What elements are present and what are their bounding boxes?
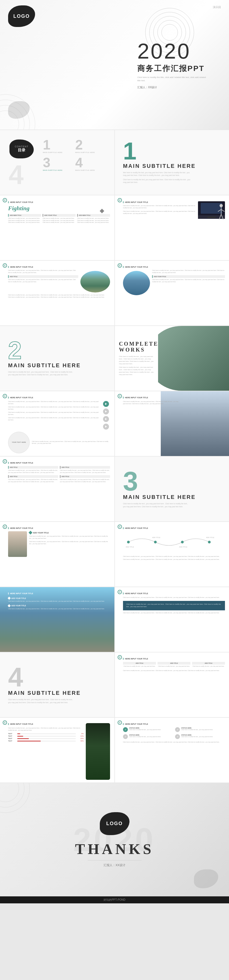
add-your-title-boxes: ADD YOUR TITLE Click here to modify the … [8, 597, 110, 610]
add-t-2: ADD TITLE Click here to modify the text … [157, 662, 191, 668]
status-item-2: ✓ STATUS HERE Click here to modify the t… [175, 727, 225, 732]
sea-person-title: HERE INPUT YOUR TITLE [8, 593, 110, 594]
status-grid: ✓ STATUS HERE Click here to modify the t… [123, 727, 225, 739]
svg-text:ADD TITLE: ADD TITLE [179, 546, 188, 548]
slide-complete-works: COMPLETE WORKS Click here to modify the … [115, 326, 229, 391]
svg-point-18 [208, 541, 211, 543]
sea-title: HERE INPUT YOUR TITLE [123, 266, 225, 268]
status-item-3: ✓ STATUS HERE Click here to modify the t… [123, 734, 173, 739]
status-title: HERE INPUT YOUR TITLE [123, 723, 225, 725]
person-text: ADD YOUR TITLE Click here to modify the … [29, 531, 110, 557]
section2-subtitle: MAIN SUBTITLE HERE [8, 363, 106, 369]
add-t-1: ADD TITLE Click here to modify the text … [123, 662, 156, 668]
cover-year: 2020 [137, 40, 207, 62]
slide-progress: HERE INPUT YOUR TITLE Click here to modi… [0, 718, 114, 783]
mountain-text-col: Click here to modify the text , you may … [8, 270, 78, 293]
c-icon-3 [3, 263, 7, 268]
c-icon-12 [118, 655, 122, 659]
section1-desc: Wer here to modify the text, you may pas… [123, 171, 191, 177]
status-item-1: ✓ STATUS HERE Click here to modify the t… [123, 727, 173, 732]
add-t-3: ADD TITLE Click here to modify the text … [192, 662, 225, 668]
sea-text-col: Click here to modify the text , you may … [152, 270, 225, 295]
arrows-title: HERE INPUT YOUR TITLE [8, 397, 110, 399]
cw-image [158, 326, 229, 391]
svg-point-4 [162, 24, 178, 40]
arrows-layout: Click here to modify the text , you may … [8, 401, 110, 430]
svg-point-9 [219, 204, 223, 207]
person-diamond-row: ADD YOUR TITLE [29, 531, 110, 534]
fighting-columns: ADD NEW TITLE Click here to modify the t… [8, 214, 110, 224]
toc-item-2: 2 MAIN SUBTITLE HERE [75, 138, 105, 153]
toc-blob-icon: CONTENT 目录 [10, 140, 34, 158]
person-photo [8, 531, 27, 557]
c-icon-8 [3, 525, 7, 529]
add-title-row: ADD TITLE Click here to modify the text … [123, 662, 225, 668]
section2-number: 2 [8, 340, 106, 361]
col-2: ADD YOUR TITLE Click here to modify the … [43, 214, 76, 224]
monitor-title: HERE INPUT YOUR TITLE [123, 201, 195, 203]
slide-toc: CONTENT 目录 4 1 MAIN SUBTITLE HERE 2 MAIN… [0, 130, 114, 195]
watermark-label: 好玩的PPT-POND [103, 898, 126, 901]
sea-content: HERE INPUT YOUR TITLE Click here to modi… [115, 261, 229, 298]
row-landscape: HERE INPUT YOUR TITLE Click here to modi… [0, 261, 229, 325]
progress-bar-3: TEXT 20% [8, 738, 84, 739]
section4-content-inner: HERE INPUT YOUR TITLE ADD TITLE Click he… [115, 652, 229, 674]
progress-bar-1: TEXT 5% [8, 733, 84, 735]
slide-monitor: HERE INPUT YOUR TITLE Click here to modi… [115, 195, 229, 260]
status-item-4: ✓ STATUS HERE Click here to modify the t… [175, 734, 225, 739]
progress-title: HERE INPUT YOUR TITLE [8, 723, 84, 725]
sea-layout: Click here to modify the text , you may … [123, 270, 225, 295]
dark-banner-title: HERE INPUT YOUR TITLE [123, 593, 225, 594]
logo: LOGO [8, 5, 35, 27]
slide-content-left-3: HERE INPUT YOUR TITLE ADD TITLE Click he… [0, 457, 114, 521]
slide-status: HERE INPUT YOUR TITLE ✓ STATUS HERE Clic… [115, 718, 229, 783]
monitor-content: HERE INPUT YOUR TITLE Click here to modi… [115, 195, 229, 221]
cover-author: 汇报人：XX设计 [137, 86, 207, 89]
thanks-divider [87, 860, 142, 861]
arrows-content-inner: HERE INPUT YOUR TITLE Click here to modi… [0, 391, 114, 456]
dark-bar-element: Click here to modify the text , you may … [123, 601, 225, 610]
thanks-logo: LOGO [100, 812, 129, 835]
content-3-title: HERE INPUT YOUR TITLE [8, 462, 110, 464]
row-person-sea: HERE INPUT YOUR TITLE ADD YOUR TITLE Cli… [0, 587, 229, 652]
sea-image-col [123, 270, 150, 295]
row-arrows: HERE INPUT YOUR TITLE Click here to modi… [0, 391, 229, 456]
toc-bg-number: 4 [9, 161, 24, 188]
mountain-oval-img [80, 271, 110, 293]
col-1: ADD NEW TITLE Click here to modify the t… [8, 214, 41, 224]
slide-sea: HERE INPUT YOUR TITLE Click here to modi… [115, 261, 229, 325]
svg-point-5 [0, 111, 19, 129]
cover-title-cn: 商务工作汇报PPT [137, 64, 207, 74]
dark-banner-content: HERE INPUT YOUR TITLE Click here to modi… [115, 587, 229, 652]
cw-layout: COMPLETE WORKS Click here to modify the … [115, 326, 229, 391]
c3-item3: ADD TITLE Click here to modify the text … [8, 475, 58, 483]
svg-text:ADD TITLE: ADD TITLE [206, 537, 215, 538]
nav-dot-2 [103, 409, 109, 414]
winter-layout: HERE INPUT YOUR TITLE Click here to modi… [115, 391, 229, 456]
c-icon-7 [3, 459, 7, 463]
progress-content: HERE INPUT YOUR TITLE Click here to modi… [0, 718, 114, 783]
thanks-text: THANKS [75, 840, 154, 858]
c3-item2: ADD TITLE Click here to modify the text … [60, 466, 110, 474]
row-fighting: HERE INPUT YOUR TITLE Fighting ADD NEW T… [0, 195, 229, 260]
forest-image [86, 723, 110, 780]
svg-text:ADD TITLE: ADD TITLE [126, 546, 134, 548]
slide-timeline: HERE INPUT YOUR TITLE ADD TITLE ADD TITL… [115, 522, 229, 587]
section3-number: 3 [123, 470, 221, 493]
nav-arrows [102, 401, 110, 430]
slide-section3-header: 3 MAIN SUBTITLE HERE Click here to modif… [115, 457, 229, 521]
nav-dot-4 [103, 424, 109, 430]
c-icon-4 [118, 263, 122, 268]
fighting-word: Fighting [8, 205, 110, 212]
slide-fighting: HERE INPUT YOUR TITLE Fighting ADD NEW T… [0, 195, 114, 260]
progress-text-col: HERE INPUT YOUR TITLE Click here to modi… [8, 723, 84, 780]
slide-mountain: HERE INPUT YOUR TITLE Click here to modi… [0, 261, 114, 325]
c3-item4: ADD TITLE Click here to modify the text … [60, 475, 110, 483]
svg-line-13 [219, 214, 221, 220]
svg-point-23 [0, 783, 19, 802]
svg-point-25 [0, 783, 30, 813]
monitor-image [198, 201, 225, 219]
sea-person-content: HERE INPUT YOUR TITLE ADD YOUR TITLE Cli… [0, 587, 114, 612]
progress-bar-4: TEXT 40% [8, 740, 84, 742]
cover-subtitle: Click here to modify the title, click ad… [137, 76, 207, 82]
